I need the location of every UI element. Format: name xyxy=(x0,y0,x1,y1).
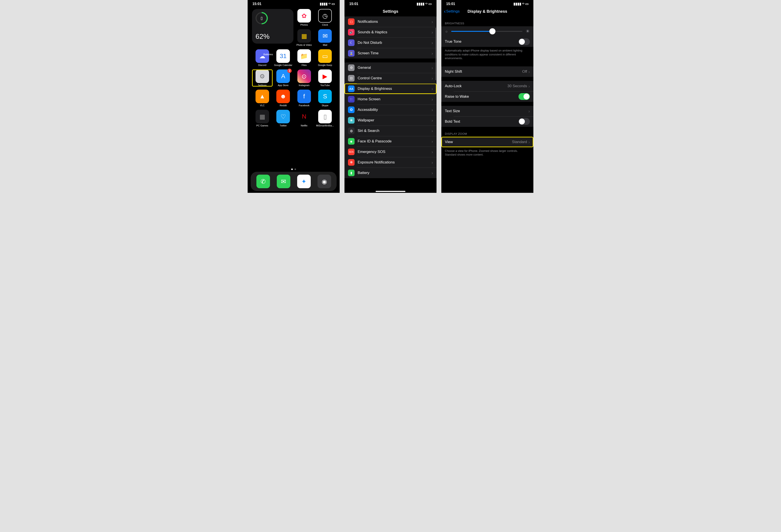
settings-row-notifications[interactable]: ◻Notifications› xyxy=(344,16,437,27)
app-files[interactable]: 📁Files xyxy=(294,49,315,67)
nav-header: ‹ Settings Display & Brightness xyxy=(441,6,533,16)
settings-row-wallpaper[interactable]: ❀Wallpaper› xyxy=(344,115,437,126)
view-row[interactable]: View Standard › xyxy=(441,137,533,147)
bold-text-row[interactable]: Bold Text xyxy=(441,116,533,127)
chevron-right-icon: › xyxy=(431,139,433,144)
settings-row-display-brightness[interactable]: AADisplay & Brightness› xyxy=(344,83,437,94)
app-icon: ♡ xyxy=(276,110,290,123)
settings-group-2: ⚙General›⊟Control Centre›AADisplay & Bri… xyxy=(344,63,437,178)
auto-lock-label: Auto-Lock xyxy=(445,84,507,88)
row-label: Wallpaper xyxy=(358,118,431,122)
true-tone-toggle[interactable] xyxy=(519,38,530,45)
row-label: Siri & Search xyxy=(358,129,431,133)
row-label: Screen Time xyxy=(358,51,431,55)
raise-to-wake-toggle[interactable] xyxy=(519,93,530,100)
raise-to-wake-row[interactable]: Raise to Wake xyxy=(441,91,533,102)
settings-row-home-screen[interactable]: ∷Home Screen› xyxy=(344,94,437,105)
app-google-keep[interactable]: ▭Google Keep xyxy=(315,49,335,67)
app-mismartantiba-[interactable]: ▯MiSmartAntiba... xyxy=(315,110,335,127)
home-indicator[interactable] xyxy=(376,191,405,192)
back-label: Settings xyxy=(446,9,459,13)
settings-row-exposure-notifications[interactable]: ✻Exposure Notifications› xyxy=(344,157,437,168)
settings-row-emergency-sos[interactable]: SOSEmergency SOS› xyxy=(344,147,437,157)
app-label: Instagram xyxy=(299,84,310,87)
page-title: Settings xyxy=(383,9,398,14)
settings-row-general[interactable]: ⚙General› xyxy=(344,63,437,73)
app-photo-video[interactable]: ▦Photo & Video xyxy=(294,29,315,46)
text-size-row[interactable]: Text Size › xyxy=(441,106,533,116)
row-icon: ☾ xyxy=(348,39,355,46)
dock-app-camera[interactable]: ◉ xyxy=(318,175,331,188)
brightness-slider[interactable]: ☼ ☀ xyxy=(441,26,533,36)
settings-row-control-centre[interactable]: ⊟Control Centre› xyxy=(344,73,437,83)
app-label: Photos xyxy=(300,24,308,26)
app-clock[interactable]: ◷Clock xyxy=(315,9,335,26)
app-label: Google Keep xyxy=(318,64,332,67)
app-google-calendar[interactable]: 31Google Calendar xyxy=(273,49,294,67)
view-label: View xyxy=(445,140,512,144)
app-label: Netflix xyxy=(301,124,307,127)
row-icon: ☻ xyxy=(348,138,355,145)
display-zoom-group: View Standard › xyxy=(441,137,533,147)
app-discord[interactable]: ☁Discord xyxy=(252,49,273,67)
row-icon: ⌛ xyxy=(348,50,355,56)
night-shift-row[interactable]: Night Shift Off › xyxy=(441,67,533,77)
chevron-right-icon: › xyxy=(431,41,433,45)
status-time: 15:01 xyxy=(252,2,261,6)
settings-row-battery[interactable]: ▮Battery› xyxy=(344,168,437,178)
chevron-right-icon: › xyxy=(431,30,433,34)
app-mail[interactable]: ✉Mail xyxy=(315,29,335,46)
dock: ✆✉✦◉ xyxy=(251,172,337,191)
row-label: Notifications xyxy=(358,19,431,24)
dock-app-phone[interactable]: ✆ xyxy=(256,175,270,188)
chevron-right-icon: › xyxy=(431,108,433,112)
back-button[interactable]: ‹ Settings xyxy=(444,8,459,14)
status-icons: ▮▮▮▮ ⌔ ▭ xyxy=(417,2,432,6)
settings-row-face-id-passcode[interactable]: ☻Face ID & Passcode› xyxy=(344,136,437,147)
wifi-icon: ⌔ xyxy=(425,2,427,6)
app-vlc[interactable]: ▲VLC xyxy=(252,90,273,107)
dock-app-safari[interactable]: ✦ xyxy=(297,175,311,188)
settings-row-screen-time[interactable]: ⌛Screen Time› xyxy=(344,48,437,58)
dock-app-messages[interactable]: ✉ xyxy=(277,175,290,188)
app-netflix[interactable]: NNetflix xyxy=(294,110,315,127)
scroll-indicator[interactable] xyxy=(436,28,436,80)
slider-thumb[interactable] xyxy=(489,28,495,34)
page-title: Display & Brightness xyxy=(467,9,507,14)
app-settings[interactable]: ⚙Settings xyxy=(252,70,273,87)
app-skype[interactable]: SSkype xyxy=(315,90,335,107)
bold-text-toggle[interactable] xyxy=(519,118,530,125)
app-app-store[interactable]: A2App Store xyxy=(273,70,294,87)
true-tone-row[interactable]: True Tone xyxy=(441,36,533,47)
battery-icon: ▭ xyxy=(525,2,529,6)
app-photos[interactable]: ✿Photos xyxy=(294,9,315,26)
page-dot-1 xyxy=(291,168,293,170)
row-label: Do Not Disturb xyxy=(358,41,431,45)
night-shift-group: Night Shift Off › xyxy=(441,67,533,77)
row-icon: ⚙ xyxy=(348,65,355,71)
auto-lock-row[interactable]: Auto-Lock 30 Seconds › xyxy=(441,81,533,91)
settings-row-accessibility[interactable]: ✪Accessibility› xyxy=(344,105,437,115)
app-icon: ⚙ xyxy=(255,70,269,83)
app-facebook[interactable]: fFacebook xyxy=(294,90,315,107)
app-icon: 31 xyxy=(276,49,290,63)
app-reddit[interactable]: ☻Reddit xyxy=(273,90,294,107)
app-icon: ▦ xyxy=(297,29,311,43)
app-pc-games[interactable]: ▦PC Games xyxy=(252,110,273,127)
settings-row-siri-search[interactable]: ◍Siri & Search› xyxy=(344,126,437,136)
widget-label: Batteries xyxy=(263,53,273,56)
app-twitter[interactable]: ♡Twitter xyxy=(273,110,294,127)
app-icon: ☻ xyxy=(276,90,290,103)
row-label: Display & Brightness xyxy=(358,87,431,91)
app-label: App Store xyxy=(278,84,289,87)
row-icon: ⊟ xyxy=(348,75,355,82)
app-label: Photo & Video xyxy=(296,44,312,46)
settings-row-sounds-haptics[interactable]: 🔊Sounds & Haptics› xyxy=(344,27,437,37)
app-youtube[interactable]: ▶YouTube xyxy=(315,70,335,87)
page-indicator[interactable] xyxy=(248,168,340,170)
app-instagram[interactable]: ⊙Instagram xyxy=(294,70,315,87)
batteries-widget[interactable]: ▯ 62% xyxy=(252,9,293,44)
app-label: Skype xyxy=(322,104,328,107)
settings-row-do-not-disturb[interactable]: ☾Do Not Disturb› xyxy=(344,37,437,48)
app-label: Reddit xyxy=(280,104,287,107)
